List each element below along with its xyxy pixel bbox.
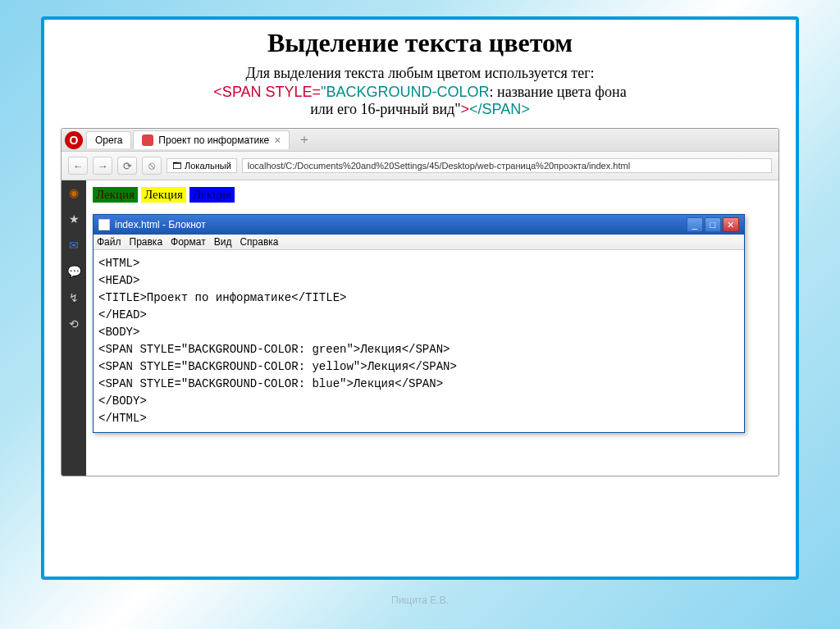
rendered-spans: Лекция Лекция Лекция xyxy=(93,187,772,203)
back-button[interactable]: ← xyxy=(68,157,88,175)
browser-content: Лекция Лекция Лекция index.html - Блокно… xyxy=(86,180,778,476)
address-bar[interactable]: localhost/C:/Documents%20and%20Settings/… xyxy=(242,158,772,173)
tab-project[interactable]: Проект по информатике × xyxy=(133,130,290,149)
local-label: Локальный xyxy=(185,161,231,171)
minimize-button[interactable]: _ xyxy=(687,217,703,232)
window-controls: _ □ ✕ xyxy=(687,217,739,232)
new-tab-button[interactable]: ＋ xyxy=(291,131,317,148)
green-span: Лекция xyxy=(93,187,138,203)
tag-description: : название цвета фона xyxy=(490,84,627,100)
browser-window: O Opera Проект по информатике × ＋ ← → ⟳ … xyxy=(61,128,779,476)
blue-span: Лекция xyxy=(189,187,235,203)
mail-icon[interactable]: ✉ xyxy=(66,238,81,253)
yellow-span: Лекция xyxy=(141,187,186,203)
stop-button[interactable]: ⦸ xyxy=(142,157,162,175)
browser-tab-bar: O Opera Проект по информатике × ＋ xyxy=(62,129,778,152)
slide-subtitle-1: Для выделения текста любым цветом исполь… xyxy=(61,63,779,84)
notepad-file-icon xyxy=(98,219,110,230)
menu-view[interactable]: Вид xyxy=(214,236,232,248)
reload-button[interactable]: ⟳ xyxy=(117,157,137,175)
code-example-line-2: или его 16-ричный вид"></SPAN> xyxy=(61,101,779,118)
footer-credit: Пищита Е.В. xyxy=(0,595,840,606)
sync-icon[interactable]: ⟲ xyxy=(66,317,81,331)
forward-button[interactable]: → xyxy=(93,157,112,175)
menu-file[interactable]: Файл xyxy=(97,236,121,248)
span-close-tag: </SPAN> xyxy=(469,101,530,117)
browser-body: ◉ ★ ✉ 💬 ↯ ⟲ Лекция Лекция Лекция i xyxy=(62,180,778,476)
star-icon[interactable]: ★ xyxy=(66,212,81,226)
tab-label: Проект по информатике xyxy=(158,134,269,146)
maximize-button[interactable]: □ xyxy=(705,217,721,232)
browser-sidebar: ◉ ★ ✉ 💬 ↯ ⟲ xyxy=(62,180,86,476)
browser-nav-bar: ← → ⟳ ⦸ 🗔 Локальный localhost/C:/Documen… xyxy=(62,152,778,180)
menu-format[interactable]: Формат xyxy=(171,236,206,248)
drive-icon: 🗔 xyxy=(172,161,181,171)
notepad-title-group: index.html - Блокнот xyxy=(98,219,206,230)
close-icon[interactable]: × xyxy=(274,134,281,147)
notepad-text-area[interactable]: <HTML> <HEAD> <TITLE>Проект по информати… xyxy=(94,250,744,432)
page-icon xyxy=(142,134,153,146)
notepad-title-text: index.html - Блокнот xyxy=(115,219,206,230)
share-icon[interactable]: ↯ xyxy=(66,290,81,305)
notepad-menu: Файл Правка Формат Вид Справка xyxy=(94,235,744,250)
notepad-titlebar[interactable]: index.html - Блокнот _ □ ✕ xyxy=(94,215,744,235)
slide-container: Выделение текста цветом Для выделения те… xyxy=(41,16,799,580)
opera-tab-label: Opera xyxy=(95,134,122,146)
span-open-tag: <SPAN STYLE= xyxy=(213,84,321,100)
chat-icon[interactable]: 💬 xyxy=(66,264,81,279)
globe-icon[interactable]: ◉ xyxy=(66,185,81,200)
address-scope[interactable]: 🗔 Локальный xyxy=(167,158,237,173)
slide-title: Выделение текста цветом xyxy=(61,28,779,58)
gt-symbol: > xyxy=(461,101,470,117)
tab-opera[interactable]: Opera xyxy=(86,131,131,148)
close-button[interactable]: ✕ xyxy=(723,217,739,232)
hex-description: или его 16-ричный вид" xyxy=(310,101,460,117)
menu-edit[interactable]: Правка xyxy=(130,236,163,248)
opera-logo-icon[interactable]: O xyxy=(65,131,83,149)
menu-help[interactable]: Справка xyxy=(240,236,278,248)
code-example-line-1: <SPAN STYLE="BACKGROUND-COLOR: название … xyxy=(61,84,779,101)
notepad-window: index.html - Блокнот _ □ ✕ Файл Правка Ф… xyxy=(93,214,745,433)
bg-color-attr: "BACKGROUND-COLOR xyxy=(321,84,489,100)
